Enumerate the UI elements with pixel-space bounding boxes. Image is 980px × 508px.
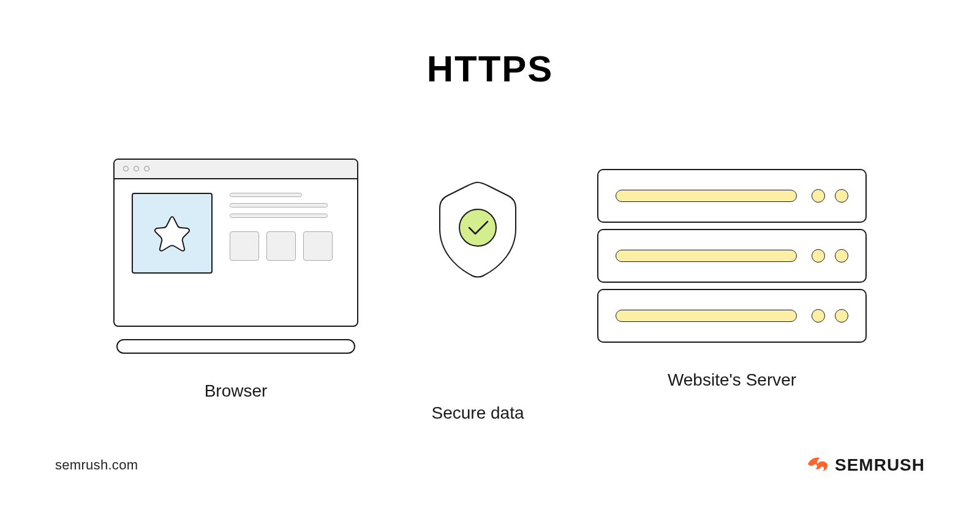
server-status-led xyxy=(812,189,825,203)
server-drive-bar xyxy=(616,310,797,322)
footer: semrush.com SEMRUSH xyxy=(55,454,925,476)
thumbnail-row xyxy=(230,231,340,261)
server-status-led xyxy=(835,309,848,323)
secure-column: Secure data xyxy=(358,136,597,423)
svg-point-2 xyxy=(459,209,496,246)
window-control-dot xyxy=(123,166,129,171)
browser-label: Browser xyxy=(205,381,268,401)
text-line xyxy=(230,214,328,218)
laptop-base xyxy=(116,339,355,354)
server-status-led xyxy=(812,309,825,323)
server-status-led xyxy=(835,189,848,203)
browser-window xyxy=(113,159,358,327)
server-unit xyxy=(597,229,867,283)
server-column: Website's Server xyxy=(597,169,867,390)
server-status-led xyxy=(835,249,848,263)
server-leds xyxy=(812,309,848,323)
attribution-url: semrush.com xyxy=(55,457,138,473)
server-leds xyxy=(812,249,848,263)
window-control-dot xyxy=(144,166,149,171)
server-unit xyxy=(597,289,867,343)
brand-name: SEMRUSH xyxy=(835,455,925,475)
thumbnail xyxy=(230,231,259,261)
diagram-title: HTTPS xyxy=(0,0,980,90)
server-leds xyxy=(812,189,848,203)
text-line xyxy=(230,203,328,207)
star-icon xyxy=(151,212,194,255)
brand-logo: SEMRUSH xyxy=(804,454,925,476)
https-diagram: Browser Secure data xyxy=(0,136,980,423)
server-unit xyxy=(597,169,867,223)
server-stack xyxy=(597,169,867,343)
server-label: Website's Server xyxy=(668,370,796,390)
browser-body xyxy=(115,179,357,287)
thumbnail xyxy=(266,231,296,261)
secure-label: Secure data xyxy=(432,403,524,423)
browser-image-placeholder xyxy=(132,193,213,274)
browser-illustration xyxy=(113,159,358,354)
thumbnail xyxy=(303,231,333,261)
window-control-dot xyxy=(134,166,139,171)
text-line xyxy=(230,193,302,197)
browser-column: Browser xyxy=(113,159,358,401)
server-status-led xyxy=(812,249,825,263)
browser-text-lines xyxy=(230,193,340,274)
semrush-flame-icon xyxy=(804,454,829,476)
server-drive-bar xyxy=(616,250,797,262)
browser-titlebar xyxy=(115,160,357,179)
server-drive-bar xyxy=(616,190,797,202)
shield-icon xyxy=(435,180,521,281)
